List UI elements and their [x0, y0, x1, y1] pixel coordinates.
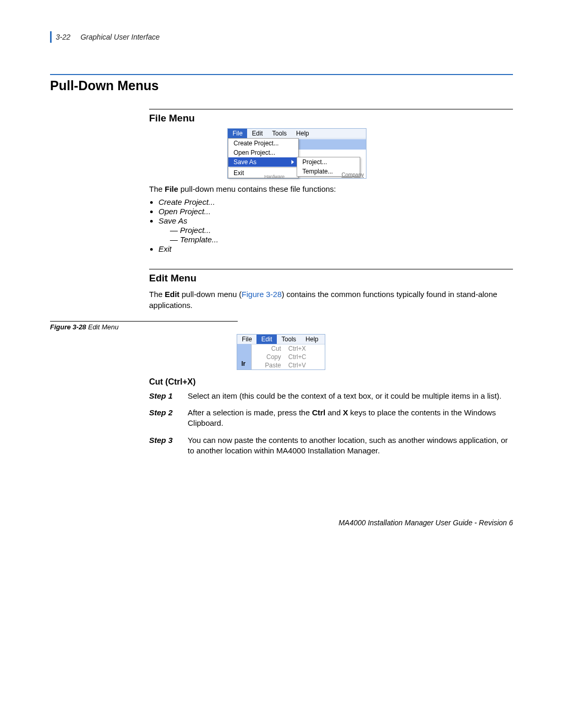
menu-tools[interactable]: Tools	[267, 129, 291, 138]
menubar: File Edit Tools Help	[237, 335, 325, 344]
edit-dropdown: Cut Ctrl+X Copy Ctrl+C Paste Ctrl+V	[251, 344, 325, 369]
company-label: Company	[341, 172, 364, 178]
step-text: Select an item (this could be the contex…	[188, 391, 501, 401]
list-item: Template...	[170, 235, 513, 244]
chevron-right-icon	[291, 160, 294, 164]
section-rule	[50, 74, 513, 75]
menu-separator	[229, 167, 297, 168]
step-label: Step 3	[149, 435, 188, 456]
ir-label: Ir	[241, 360, 246, 367]
file-menu-intro: The File pull-down menu contains these f…	[149, 184, 513, 194]
edit-menu-intro: The Edit pull-down menu (Figure 3-28) co…	[149, 289, 513, 311]
list-item: Save As Project... Template...	[158, 216, 513, 244]
page-number: 3-22	[56, 33, 70, 41]
dd-copy[interactable]: Copy Ctrl+C	[252, 353, 325, 361]
sub-project[interactable]: Project...	[297, 157, 360, 167]
menu-file[interactable]: File	[228, 129, 247, 138]
step-text: You can now paste the contents to anothe…	[188, 435, 513, 456]
page-header: 3-22 Graphical User Interface	[50, 31, 513, 43]
menu-help[interactable]: Help	[291, 129, 314, 138]
figure-link[interactable]: Figure 3-28	[242, 290, 282, 299]
file-menu-screenshot: File Edit Tools Help Create Project... O…	[227, 128, 366, 179]
subsection-rule	[149, 269, 513, 269]
dd-save-as[interactable]: Save As	[228, 157, 298, 167]
section-title: Pull-Down Menus	[50, 78, 513, 93]
dd-paste[interactable]: Paste Ctrl+V	[252, 361, 325, 369]
dd-open-project[interactable]: Open Project...	[228, 148, 298, 157]
file-menu-heading: File Menu	[149, 113, 513, 124]
step-row: Step 2 After a selection is made, press …	[149, 408, 513, 429]
menu-tools[interactable]: Tools	[277, 335, 301, 344]
menu-file[interactable]: File	[237, 335, 256, 344]
file-dropdown: Create Project... Open Project... Save A…	[228, 138, 299, 178]
edit-menu-screenshot: File Edit Tools Help Ir Cut Ctrl+X Copy …	[237, 334, 325, 370]
step-label: Step 2	[149, 408, 188, 429]
hardware-label: Hardware	[264, 174, 285, 179]
dd-exit[interactable]: Exit	[228, 168, 298, 178]
edit-menu-heading: Edit Menu	[149, 273, 513, 284]
list-item: Create Project...	[158, 198, 513, 206]
list-item: Open Project...	[158, 207, 513, 216]
list-item: Exit	[158, 244, 513, 253]
menubar: File Edit Tools Help	[228, 129, 366, 139]
list-item: Project...	[170, 226, 513, 235]
step-row: Step 3 You can now paste the contents to…	[149, 435, 513, 456]
menu-edit[interactable]: Edit	[247, 129, 267, 138]
dd-cut[interactable]: Cut Ctrl+X	[252, 344, 325, 353]
footer: MA4000 Installation Manager User Guide -…	[50, 519, 513, 527]
chapter-title: Graphical User Interface	[80, 33, 160, 41]
dd-create-project[interactable]: Create Project...	[228, 139, 298, 148]
dd-save-as-label: Save As	[234, 158, 256, 166]
step-row: Step 1 Select an item (this could be the…	[149, 391, 513, 401]
menu-help[interactable]: Help	[301, 335, 323, 344]
file-menu-list: Create Project... Open Project... Save A…	[149, 198, 513, 253]
step-label: Step 1	[149, 391, 188, 401]
cut-heading: Cut (Ctrl+X)	[149, 377, 513, 387]
menu-edit[interactable]: Edit	[256, 335, 277, 344]
step-text: After a selection is made, press the Ctr…	[188, 408, 513, 429]
figure-caption: Figure 3-28 Edit Menu	[50, 321, 238, 331]
subsection-rule	[149, 109, 513, 109]
